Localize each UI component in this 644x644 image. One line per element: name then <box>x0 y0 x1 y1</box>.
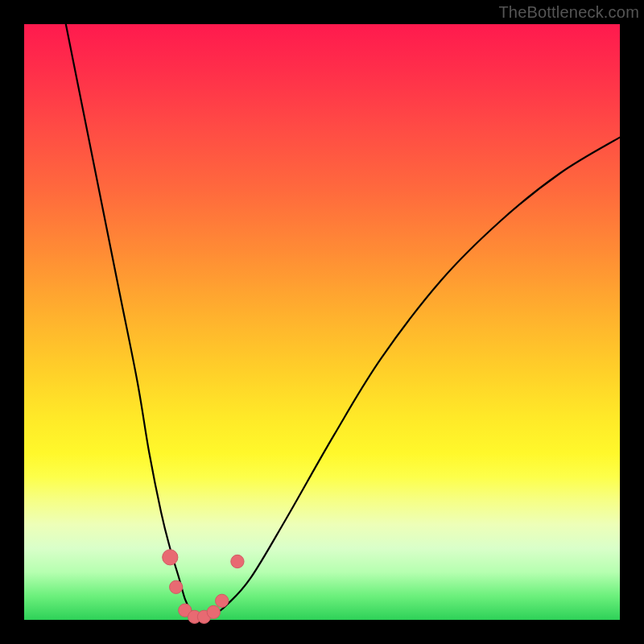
curve-marker <box>216 594 229 607</box>
watermark-text: TheBottleneck.com <box>498 3 639 22</box>
curve-marker <box>163 550 178 565</box>
curve-marker <box>231 555 244 568</box>
chart-frame: TheBottleneck.com <box>0 0 644 644</box>
plot-area <box>24 24 620 620</box>
curve-layer <box>24 24 620 620</box>
curve-marker <box>207 605 220 618</box>
bottleneck-curve <box>66 24 620 617</box>
curve-marker <box>170 580 183 593</box>
curve-markers <box>163 550 244 624</box>
